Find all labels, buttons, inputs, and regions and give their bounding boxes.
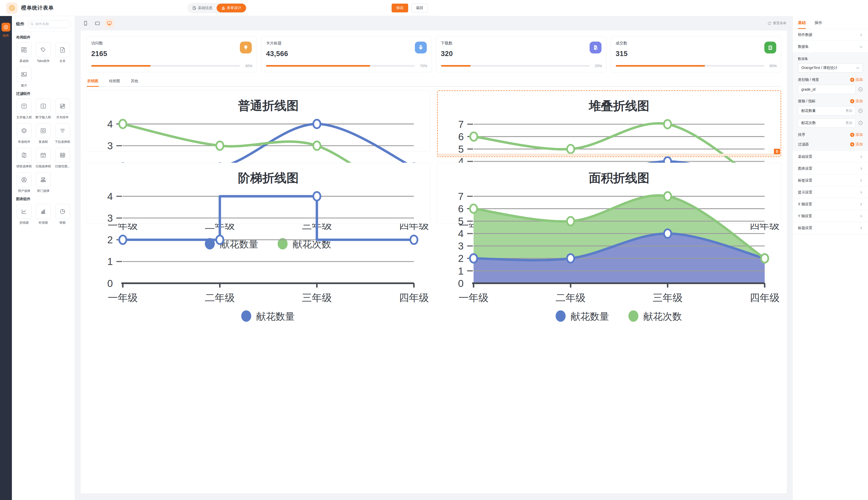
component-item-box	[36, 148, 51, 163]
input-t-icon	[21, 103, 27, 110]
component-item-checkbox[interactable]: 复选框	[35, 123, 52, 144]
input-1-icon	[40, 103, 46, 110]
component-item-calendar-range[interactable]: 日期范围...	[54, 148, 71, 169]
chart-widget-阶梯折线图[interactable]: 12340一年级二年级三年级四年级阶梯折线图献花数量	[86, 163, 430, 224]
component-item-label: 饼图	[59, 220, 66, 225]
bars-small-icon	[221, 6, 225, 10]
chart-tab-柱状图[interactable]: 柱状图	[109, 77, 121, 86]
doc-t-icon	[59, 46, 66, 53]
mode-tab-basic-info[interactable]: 基础信息	[188, 4, 216, 12]
rail-components-label: 组件	[3, 34, 9, 38]
chart-widget-普通折线图[interactable]: 12340一年级二年级三年级四年级普通折线图献花数量献花次数	[86, 90, 430, 151]
stat-card[interactable]: 访问数216540%	[86, 36, 257, 72]
mode-tab-form-design[interactable]: 表单设计	[216, 4, 246, 12]
stat-progress: 40%	[91, 64, 252, 68]
component-section-title: 图表组件	[16, 197, 70, 202]
component-item-pie[interactable]: 饼图	[54, 204, 71, 225]
component-search-input[interactable]: 组件名称	[27, 20, 70, 28]
bulb-icon	[240, 42, 252, 54]
component-item-dept[interactable]: 部门选择	[35, 172, 52, 193]
component-item-label: 文本	[59, 59, 66, 63]
component-item-calendar-check[interactable]: 日期选择框	[35, 148, 52, 169]
component-item-switch[interactable]: 开关组件	[54, 99, 71, 120]
component-item-label: 开关组件	[56, 115, 69, 120]
calendar-range-icon	[59, 152, 66, 159]
components-rail-button[interactable]	[2, 23, 10, 32]
component-item-label: 折线图	[19, 220, 29, 225]
component-item-doc-t[interactable]: 文本	[54, 42, 71, 63]
radio-icon	[21, 127, 27, 134]
component-item-box	[36, 204, 51, 219]
user-icon	[21, 177, 27, 183]
component-grid: 文本输入框数字输入框开关组件单选组件复选框下拉选择框级联选择框日期选择框日期范围…	[12, 99, 75, 193]
page-title: 橙单统计表单	[21, 4, 54, 11]
doc-edit-icon	[192, 6, 197, 10]
component-item-input-1[interactable]: 数字输入框	[35, 99, 52, 120]
calendar-check-icon	[40, 152, 46, 159]
yen-down-icon: ¥	[415, 42, 427, 54]
stat-card-title: 访问数	[91, 41, 252, 46]
component-item-box	[55, 99, 70, 114]
svg-text:3: 3	[107, 213, 113, 224]
component-item-label: 级联选择框	[16, 164, 32, 169]
component-item-label: 复选框	[38, 140, 48, 144]
component-item-label: 用户选择	[18, 189, 30, 193]
component-panel: 组件 组件名称 布局组件基础块Tabs组件文本图片过滤组件文本输入框数字输入框开…	[12, 16, 75, 250]
app-logo-icon	[6, 2, 18, 14]
component-hexagon-icon	[3, 24, 9, 30]
grid-icon	[21, 46, 27, 53]
component-item-bar-chart[interactable]: 柱状图	[35, 204, 52, 225]
pie-icon	[59, 208, 66, 215]
component-item-box	[55, 204, 70, 219]
mode-tab-label: 基础信息	[198, 6, 212, 10]
component-item-label: 日期选择框	[35, 164, 51, 169]
svg-text:普通折线图: 普通折线图	[238, 99, 299, 112]
cascade-icon	[21, 152, 27, 159]
device-monitor-button[interactable]	[105, 19, 114, 27]
progress-track	[91, 65, 240, 67]
stat-card[interactable]: 卡片标题43,566¥70%	[261, 36, 431, 72]
component-item-box	[36, 99, 51, 114]
component-section-title: 布局组件	[16, 35, 70, 40]
component-item-label: 柱状图	[38, 220, 48, 225]
component-item-box	[16, 172, 32, 187]
chart-tab-其他[interactable]: 其他	[130, 77, 138, 86]
component-item-line-chart[interactable]: 折线图	[15, 204, 33, 225]
component-item-box	[36, 42, 51, 57]
bar-chart-icon	[40, 208, 46, 215]
component-section-title: 过滤组件	[16, 91, 70, 96]
component-grid: 折线图柱状图饼图	[12, 204, 75, 225]
component-item-radio[interactable]: 单选组件	[15, 123, 33, 144]
save-button[interactable]: 保存	[392, 4, 408, 12]
progress-fill	[91, 65, 151, 67]
component-item-select[interactable]: 下拉选择框	[54, 123, 71, 144]
component-item-box	[16, 148, 32, 163]
component-item-user[interactable]: 用户选择	[15, 172, 33, 193]
component-item-cascade[interactable]: 级联选择框	[15, 148, 33, 169]
component-item-image[interactable]: 图片	[15, 67, 33, 88]
back-button[interactable]: 返回	[411, 4, 428, 12]
stat-card-value: 2165	[91, 50, 252, 58]
component-item-grid[interactable]: 基础块	[15, 42, 33, 63]
chart-tab-折线图[interactable]: 折线图	[87, 77, 99, 86]
line-chart-icon	[21, 208, 27, 215]
component-item-label: 下拉选择框	[55, 140, 70, 144]
component-grid: 基础块Tabs组件文本图片	[12, 42, 75, 88]
monitor-icon	[107, 20, 112, 26]
device-tablet-button[interactable]	[93, 19, 102, 27]
svg-text:2: 2	[107, 234, 113, 245]
search-icon	[30, 22, 34, 26]
checkbox-icon	[40, 127, 46, 134]
component-item-tag[interactable]: Tabs组件	[35, 42, 52, 63]
form-sheet: 访问数216540%卡片标题43,566¥70%下载数32020%成交数3156…	[81, 31, 434, 250]
component-item-input-t[interactable]: 文本输入框	[15, 99, 33, 120]
component-item-box	[36, 123, 51, 138]
mode-switcher: 基础信息表单设计	[187, 3, 247, 13]
component-item-box	[55, 42, 70, 57]
phone-icon	[83, 20, 88, 26]
component-item-box	[16, 67, 32, 82]
dept-icon	[40, 177, 46, 183]
device-phone-button[interactable]	[81, 19, 90, 27]
mode-tab-label: 表单设计	[227, 6, 242, 10]
device-preview-switch	[81, 19, 114, 27]
